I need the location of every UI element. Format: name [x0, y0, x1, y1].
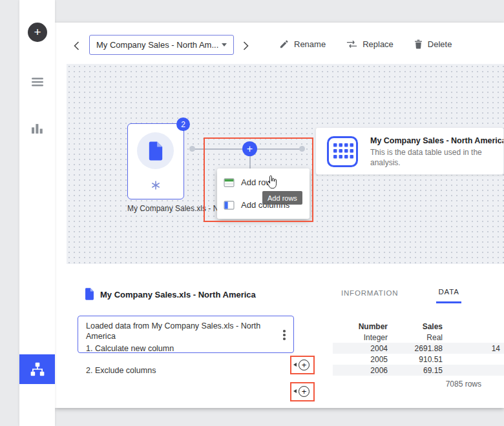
step-text: 2. Exclude columns: [86, 366, 156, 375]
loaded-step-text: Loaded data from My Company Sales.xls - …: [86, 321, 274, 341]
replace-icon: [346, 40, 357, 48]
cell: 2006: [333, 366, 388, 375]
add-columns-icon: [224, 201, 235, 210]
add-button[interactable]: +: [28, 23, 47, 42]
data-canvas-icon: [30, 361, 45, 377]
preview-tabs: INFORMATION DATA: [339, 288, 461, 303]
chevron-left-icon: [74, 41, 79, 50]
embedded-data-icon: [151, 181, 160, 192]
step-text: 1. Calculate new column: [86, 343, 274, 354]
cell: 2691.88: [388, 344, 443, 353]
data-canvas-area: 2 My Company Sales.xls - North America +…: [67, 64, 504, 264]
plus-icon: +: [302, 360, 307, 370]
step-menu-button[interactable]: [279, 327, 289, 343]
table-card-title: My Company Sales - North America: [370, 136, 504, 145]
tab-information[interactable]: INFORMATION: [339, 288, 400, 303]
column-header: Sales: [388, 322, 443, 331]
rename-button[interactable]: Rename: [279, 39, 326, 49]
table-row: 2004 2691.88 14: [333, 343, 504, 354]
add-rows-icon: [224, 178, 235, 187]
insert-marker-icon: [293, 363, 297, 367]
table-header-row: Number Sales: [333, 321, 504, 332]
delete-label: Delete: [428, 39, 452, 49]
connection-endpoint: [189, 146, 195, 152]
source-node-avatar: [137, 132, 174, 169]
row-count: 7085 rows: [333, 380, 481, 389]
delete-button[interactable]: Delete: [414, 39, 452, 49]
trash-icon: [414, 39, 423, 49]
sidebar-item-pages[interactable]: [19, 72, 55, 92]
pencil-icon: [279, 39, 289, 49]
source-step[interactable]: 2. Exclude columns: [78, 362, 294, 379]
cell: 69.15: [388, 366, 443, 375]
add-step-button[interactable]: +: [299, 360, 310, 370]
menu-connector-line: [249, 156, 251, 170]
data-canvas-panel: My Company Sales - North Am... Rename Re…: [55, 23, 504, 408]
column-type: Real: [388, 333, 443, 342]
insert-marker-icon: [293, 389, 297, 393]
menu-item-add-rows[interactable]: Add rows: [217, 171, 310, 194]
table-row: 2005 910.51: [333, 354, 504, 365]
tooltip-text: Add rows: [268, 194, 297, 202]
sidebar-item-data-canvas[interactable]: [19, 354, 55, 384]
cell: 2004: [333, 344, 388, 353]
chevron-down-icon: [222, 43, 227, 46]
node-count-badge: 2: [176, 117, 190, 131]
cell: 910.51: [388, 355, 443, 364]
data-table-card[interactable]: My Company Sales - North America This is…: [315, 127, 504, 175]
insert-transformation-button[interactable]: +: [242, 141, 257, 156]
menu-item-label: Add rows: [241, 178, 276, 187]
cell: 14: [443, 344, 502, 353]
data-source-selector[interactable]: My Company Sales - North Am...: [89, 35, 234, 55]
plus-icon: +: [247, 143, 253, 155]
plus-icon: +: [34, 25, 41, 39]
plus-icon: +: [302, 387, 307, 396]
left-toolbar: +: [19, 0, 55, 426]
column-type: Integer: [333, 333, 388, 342]
table-icon: [326, 135, 359, 171]
data-source-selector-value: My Company Sales - North Am...: [96, 40, 218, 50]
chevron-right-icon: [243, 41, 249, 50]
replace-label: Replace: [362, 39, 394, 49]
previous-source-button[interactable]: [69, 39, 83, 53]
rename-label: Rename: [294, 39, 326, 49]
connection-endpoint: [299, 146, 305, 152]
list-icon: [31, 77, 44, 87]
data-preview-table: Number Sales Integer Real 2004 2691.88 1…: [333, 321, 504, 376]
source-title: My Company Sales.xls - North America: [100, 290, 256, 299]
cell: 2005: [333, 355, 388, 364]
table-row: 2006 69.15: [333, 365, 504, 376]
data-source-node[interactable]: 2: [127, 123, 184, 199]
source-step-selected[interactable]: Loaded data from My Company Sales.xls - …: [78, 316, 294, 353]
sidebar-item-visualizations[interactable]: [19, 119, 55, 138]
tooltip: Add rows: [262, 191, 302, 205]
tab-data[interactable]: DATA: [436, 288, 461, 303]
replace-button[interactable]: Replace: [346, 39, 394, 49]
table-card-description: This is the data table used in the analy…: [370, 148, 499, 168]
bar-chart-icon: [31, 123, 43, 134]
column-header: Number: [333, 322, 388, 331]
table-type-row: Integer Real: [333, 332, 504, 343]
toolbar-actions: Rename Replace Delete: [279, 23, 452, 65]
file-icon: [148, 141, 163, 161]
next-source-button[interactable]: [238, 39, 253, 53]
add-step-button[interactable]: +: [299, 386, 310, 397]
file-icon: [85, 288, 94, 303]
